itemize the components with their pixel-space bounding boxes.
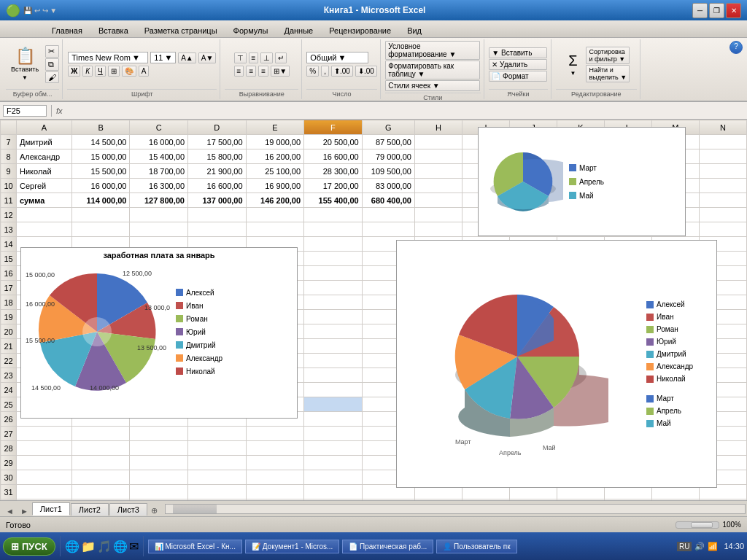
help-button[interactable]: ? [729,41,743,54]
cell-e10[interactable]: 16 900,00 [246,179,304,193]
restore-button[interactable]: ❐ [709,3,724,18]
folder-icon[interactable]: 📁 [81,540,96,553]
comma-button[interactable]: , [321,66,329,77]
cell-a10[interactable]: Сергей [17,179,72,193]
ie2-icon[interactable]: 🌐 [113,540,128,553]
taskbar-item-word[interactable]: 📝 Документ1 - Micros... [245,540,339,553]
sheet-tab-lист2[interactable]: Лист2 [71,503,109,516]
tab-review[interactable]: Рецензирование [321,23,399,37]
grid-scroll-area[interactable]: A B C D E F G H I J K L M [0,120,747,500]
close-button[interactable]: ✕ [726,3,741,18]
col-header-b[interactable]: B [71,120,130,135]
sheet-tab-nav-left[interactable]: ◄ [3,507,17,516]
cell-g11[interactable]: 680 400,00 [362,193,414,208]
zoom-slider[interactable] [676,521,719,529]
cell-b9[interactable]: 15 500,00 [71,164,130,179]
cell-g8[interactable]: 79 000,00 [362,149,414,164]
cell-f8[interactable]: 16 600,00 [304,149,363,164]
col-header-h[interactable]: H [414,120,462,135]
align-middle-button[interactable]: ≡ [249,52,259,63]
media-icon[interactable]: 🎵 [97,540,112,553]
cell-c11[interactable]: 127 800,00 [130,193,188,208]
align-top-button[interactable]: ⊤ [234,52,247,63]
font-size-box[interactable]: 11▼ [150,52,176,63]
cut-button[interactable]: ✂ [45,45,59,58]
align-left-button[interactable]: ≡ [234,66,244,77]
format-painter-button[interactable]: 🖌 [45,71,59,83]
cell-f9[interactable]: 28 300,00 [304,164,363,179]
conditional-format-button[interactable]: Условное форматирование ▼ [385,41,480,60]
cell-a8[interactable]: Александр [17,149,72,164]
tab-home[interactable]: Главная [44,23,90,37]
percent-button[interactable]: % [306,66,319,77]
mail-icon[interactable]: ✉ [129,540,139,553]
horizontal-scrollbar[interactable] [165,504,746,514]
cell-h8[interactable] [414,149,462,164]
sum-button[interactable]: Σ ▼ [562,50,583,79]
cell-e8[interactable]: 16 200,00 [246,149,304,164]
col-header-g[interactable]: G [362,120,414,135]
cell-f10[interactable]: 17 200,00 [304,179,363,193]
cell-c7[interactable]: 16 000,00 [130,135,188,149]
minimize-button[interactable]: ─ [692,3,708,18]
col-header-a[interactable]: A [17,120,72,135]
chart-january[interactable]: заработная плата за январь [20,247,298,419]
cell-g7[interactable]: 87 500,00 [362,135,414,149]
col-header-e[interactable]: E [246,120,304,135]
cell-h7[interactable] [414,135,462,149]
insert-cells-button[interactable]: ▼ Вставить [489,47,547,58]
wrap-text-button[interactable]: ↵ [275,52,287,63]
tab-insert[interactable]: Вставка [90,23,136,37]
font-shrink-button[interactable]: A▼ [198,52,217,63]
cell-e9[interactable]: 25 100,00 [246,164,304,179]
chart-big-right[interactable]: Март Апрель Май Алексей Иван Роман Юрий … [396,240,717,488]
decrease-decimal-button[interactable]: ⬇.00 [355,66,377,77]
merge-button[interactable]: ⊞▼ [271,66,290,77]
cell-d10[interactable]: 16 600,00 [188,179,247,193]
delete-cells-button[interactable]: ✕ Удалить [489,59,547,70]
align-center-button[interactable]: ≡ [246,66,256,77]
border-button[interactable]: ⊞ [108,66,120,77]
underline-button[interactable]: Ч [95,66,106,77]
align-right-button[interactable]: ≡ [258,66,268,77]
cell-n7[interactable] [699,135,746,149]
tab-view[interactable]: Вид [399,23,430,37]
sheet-tab-lист1[interactable]: Лист1 [32,502,70,516]
taskbar-item-user[interactable]: 👤 Пользователь пк [436,540,516,553]
cell-d7[interactable]: 17 500,00 [188,135,247,149]
cell-a11[interactable]: сумма [17,193,72,208]
chart-months-top[interactable]: Март Апрель Май [478,127,686,236]
cell-d11[interactable]: 137 000,00 [188,193,247,208]
cell-b10[interactable]: 16 000,00 [71,179,130,193]
italic-button[interactable]: К [82,66,93,77]
cell-a9[interactable]: Николай [17,164,72,179]
cell-d9[interactable]: 21 900,00 [188,164,247,179]
cell-b11[interactable]: 114 000,00 [71,193,130,208]
cell-e11[interactable]: 146 200,00 [246,193,304,208]
bold-button[interactable]: Ж [68,66,80,77]
cell-reference[interactable] [3,105,47,117]
cell-g10[interactable]: 83 000,00 [362,179,414,193]
tab-data[interactable]: Данные [276,23,321,37]
cell-g9[interactable]: 109 500,00 [362,164,414,179]
taskbar-item-excel[interactable]: 📊 Microsoft Excel - Кн... [148,540,242,553]
font-grow-button[interactable]: A▲ [178,52,196,63]
font-name-box[interactable]: Times New Rom▼ [68,52,148,63]
col-header-n[interactable]: N [699,120,746,135]
cell-b7[interactable]: 14 500,00 [71,135,130,149]
cell-styles-button[interactable]: Стили ячеек ▼ [385,80,480,91]
cell-e7[interactable]: 19 000,00 [246,135,304,149]
cell-f11[interactable]: 155 400,00 [304,193,363,208]
formula-input[interactable] [66,106,744,115]
increase-decimal-button[interactable]: ⬆.00 [331,66,353,77]
cell-a7[interactable]: Дмитрий [17,135,72,149]
copy-button[interactable]: ⧉ [45,58,59,71]
sheet-insert-button[interactable]: ⊕ [148,506,160,516]
selected-cell-f25[interactable] [304,397,363,412]
tab-page-layout[interactable]: Разметка страницы [136,23,225,37]
tab-formulas[interactable]: Формулы [225,23,276,37]
language-indicator[interactable]: RU [677,542,692,551]
sort-filter-button[interactable]: Сортировкаи фильтр ▼ [586,47,630,64]
sheet-tab-lист3[interactable]: Лист3 [109,503,147,516]
font-color-button[interactable]: A [139,66,150,77]
